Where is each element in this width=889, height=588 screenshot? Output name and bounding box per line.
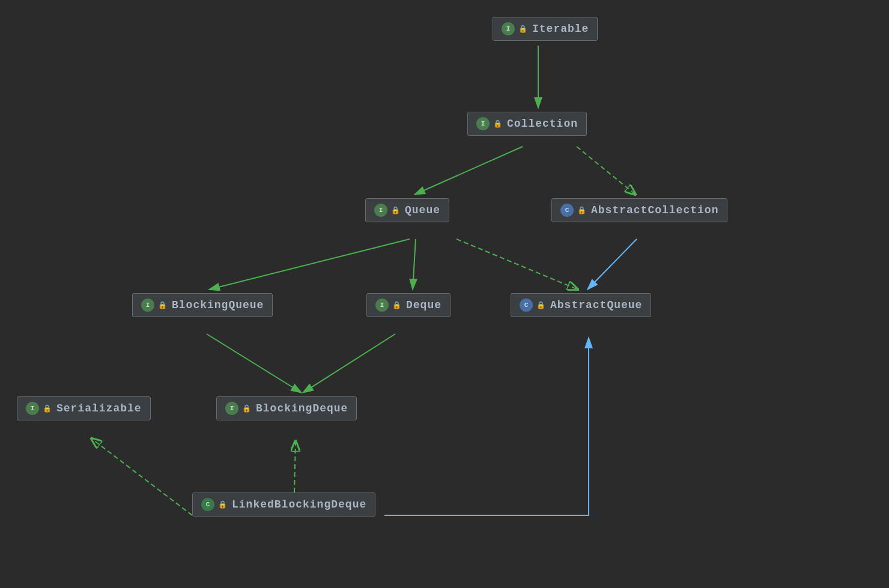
badge-blockingdeque: I bbox=[225, 402, 238, 415]
node-serializable[interactable]: I 🔒 Serializable bbox=[17, 396, 151, 420]
label-queue: Queue bbox=[405, 204, 440, 216]
arrow-deque-blockingdeque bbox=[303, 334, 395, 393]
node-iterable[interactable]: I 🔒 Iterable bbox=[493, 17, 598, 41]
lock-icon-blockingqueue: 🔒 bbox=[158, 301, 167, 310]
node-abstractcollection[interactable]: C 🔒 AbstractCollection bbox=[551, 198, 727, 222]
diagram-container: I 🔒 Iterable I 🔒 Collection I 🔒 Queue C … bbox=[0, 0, 889, 588]
lock-icon-deque: 🔒 bbox=[392, 301, 401, 310]
arrow-collection-queue bbox=[414, 147, 523, 195]
node-blockingdeque[interactable]: I 🔒 BlockingDeque bbox=[216, 396, 357, 420]
arrow-linked-abstractqueue bbox=[384, 338, 589, 515]
arrow-queue-deque bbox=[413, 239, 416, 289]
lock-icon-linkedblockingdeque: 🔒 bbox=[218, 500, 227, 509]
node-collection[interactable]: I 🔒 Collection bbox=[467, 112, 587, 136]
arrow-collection-abstractcollection bbox=[577, 147, 636, 195]
label-blockingdeque: BlockingDeque bbox=[256, 402, 348, 414]
badge-collection: I bbox=[476, 117, 490, 130]
badge-serializable: I bbox=[26, 402, 39, 415]
node-deque[interactable]: I 🔒 Deque bbox=[366, 293, 451, 317]
label-collection: Collection bbox=[507, 118, 578, 130]
lock-icon-iterable: 🔒 bbox=[518, 25, 527, 34]
lock-icon-abstractcollection: 🔒 bbox=[577, 206, 586, 215]
lock-icon-abstractqueue: 🔒 bbox=[536, 301, 545, 310]
lock-icon-queue: 🔒 bbox=[391, 206, 400, 215]
badge-deque: I bbox=[375, 299, 389, 312]
label-abstractcollection: AbstractCollection bbox=[591, 204, 718, 216]
arrow-linked-blockingdeque bbox=[294, 441, 296, 493]
badge-linkedblockingdeque: C bbox=[201, 498, 214, 511]
label-iterable: Iterable bbox=[532, 23, 589, 35]
arrow-queue-blockingqueue bbox=[209, 239, 410, 289]
lock-icon-collection: 🔒 bbox=[493, 120, 502, 129]
lock-icon-serializable: 🔒 bbox=[43, 404, 52, 413]
node-queue[interactable]: I 🔒 Queue bbox=[365, 198, 449, 222]
badge-queue: I bbox=[374, 204, 387, 217]
node-blockingqueue[interactable]: I 🔒 BlockingQueue bbox=[132, 293, 273, 317]
arrow-blockingqueue-blockingdeque bbox=[207, 334, 302, 393]
lock-icon-blockingdeque: 🔒 bbox=[242, 404, 251, 413]
label-linkedblockingdeque: LinkedBlockingDeque bbox=[232, 499, 366, 511]
badge-abstractqueue: C bbox=[520, 299, 533, 312]
arrow-queue-abstractqueue bbox=[457, 239, 578, 289]
badge-abstractcollection: C bbox=[560, 204, 574, 217]
label-abstractqueue: AbstractQueue bbox=[550, 299, 642, 311]
node-linkedblockingdeque[interactable]: C 🔒 LinkedBlockingDeque bbox=[192, 493, 375, 517]
label-deque: Deque bbox=[406, 299, 441, 311]
label-blockingqueue: BlockingQueue bbox=[172, 299, 264, 311]
arrow-abstractcollection-abstractqueue bbox=[587, 239, 637, 289]
badge-iterable: I bbox=[502, 22, 515, 35]
node-abstractqueue[interactable]: C 🔒 AbstractQueue bbox=[511, 293, 651, 317]
arrow-linked-serializable bbox=[91, 438, 192, 515]
label-serializable: Serializable bbox=[56, 402, 142, 414]
badge-blockingqueue: I bbox=[141, 299, 154, 312]
